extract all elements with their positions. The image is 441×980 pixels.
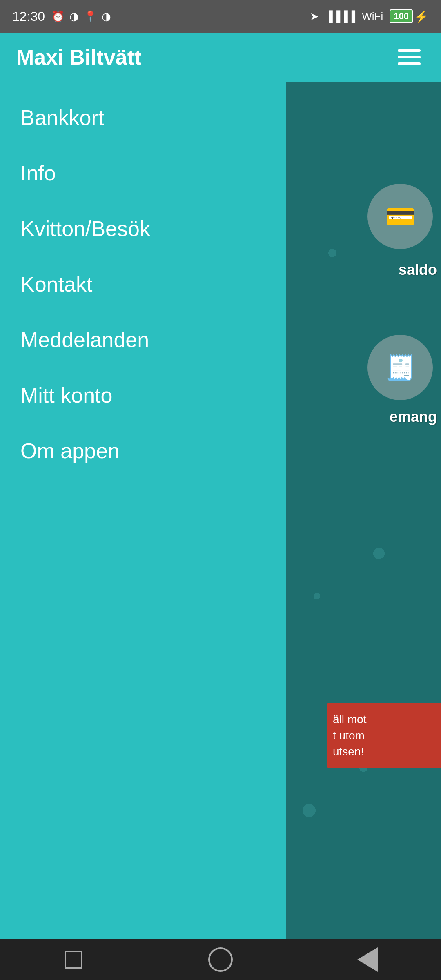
nav-home-button[interactable] xyxy=(200,945,241,974)
menu-item-bankkort[interactable]: Bankkort xyxy=(0,90,286,145)
menu-item-mittkonto[interactable]: Mitt konto xyxy=(0,368,286,423)
background-panel: 💳 saldo 🧾 emang äll mott utomutsen! xyxy=(286,82,441,939)
wifi-icon: WiFi xyxy=(362,10,383,23)
status-right: ➤ ▐▐▐▐ WiFi 100 ⚡ xyxy=(310,9,429,23)
status-bar: 12:30 ⏰ ◑ 📍 ◑ ➤ ▐▐▐▐ WiFi 100 ⚡ xyxy=(0,0,441,33)
saldo-label: saldo xyxy=(399,261,437,278)
menu-item-meddelanden[interactable]: Meddelanden xyxy=(0,312,286,368)
main-content: 💳 saldo 🧾 emang äll mott utomutsen! Bank… xyxy=(0,82,441,939)
payment-icon: 💳 xyxy=(385,202,416,231)
status-time: 12:30 xyxy=(12,9,45,24)
drawer-menu: Bankkort Info Kvitton/Besök Kontakt Medd… xyxy=(0,82,286,939)
hamburger-line-3 xyxy=(398,62,421,65)
nav-square-button[interactable] xyxy=(53,945,94,974)
receipt-circle-button[interactable]: 🧾 xyxy=(368,335,433,400)
signal-icon: ▐▐▐▐ xyxy=(325,10,356,23)
alarm-icon: ⏰ xyxy=(51,10,65,23)
battery-indicator: 100 ⚡ xyxy=(390,9,429,23)
hamburger-line-2 xyxy=(398,56,421,58)
battery-level: 100 xyxy=(390,9,413,23)
receipt-icon: 🧾 xyxy=(385,353,416,382)
triangle-icon xyxy=(357,947,378,972)
status-icons: ⏰ ◑ 📍 ◑ xyxy=(51,10,111,23)
payment-circle-button[interactable]: 💳 xyxy=(368,184,433,249)
nav-bar xyxy=(0,939,441,980)
menu-item-kvitton[interactable]: Kvitton/Besök xyxy=(0,201,286,256)
red-banner: äll mott utomutsen! xyxy=(327,703,441,768)
location-icon: 📍 xyxy=(84,10,97,23)
circle-icon xyxy=(208,947,233,972)
bg-texture: 💳 saldo 🧾 emang äll mott utomutsen! xyxy=(286,82,441,939)
menu-item-kontakt[interactable]: Kontakt xyxy=(0,256,286,312)
emang-label: emang xyxy=(390,408,437,425)
menu-item-info[interactable]: Info xyxy=(0,145,286,201)
square-icon xyxy=(65,951,82,969)
hamburger-line-1 xyxy=(398,49,421,52)
menu-item-omappen[interactable]: Om appen xyxy=(0,423,286,479)
media-icon: ◑ xyxy=(69,10,79,23)
banner-text: äll mott utomutsen! xyxy=(333,711,435,760)
status-left: 12:30 ⏰ ◑ 📍 ◑ xyxy=(12,9,111,24)
sync-icon: ◑ xyxy=(102,10,111,23)
hamburger-button[interactable] xyxy=(394,45,425,69)
charging-icon: ⚡ xyxy=(414,10,429,23)
nav-back-button[interactable] xyxy=(347,945,388,974)
app-header: Maxi Biltvätt xyxy=(0,33,441,82)
app-title: Maxi Biltvätt xyxy=(16,45,141,69)
send-icon: ➤ xyxy=(310,10,319,23)
